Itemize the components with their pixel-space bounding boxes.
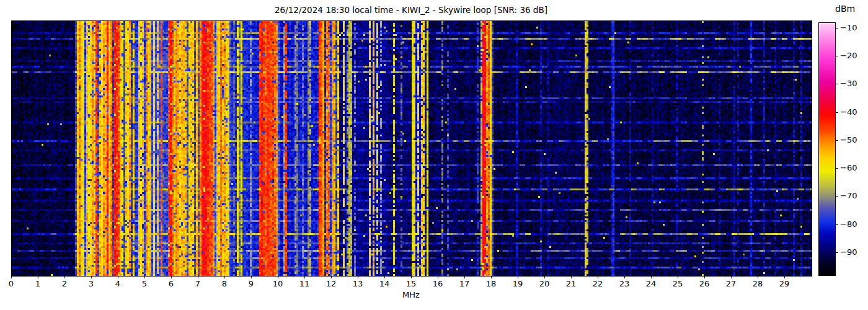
- colorbar-tick-label: −70: [840, 191, 857, 201]
- colorbar: [818, 22, 836, 276]
- x-tick-label: 0: [9, 279, 14, 288]
- x-tick-mark: [304, 276, 305, 278]
- colorbar-tick-label: −50: [840, 135, 857, 145]
- x-tick-label: 23: [619, 279, 630, 288]
- colorbar-tick-label: −80: [840, 219, 857, 229]
- x-tick-mark: [491, 276, 492, 278]
- x-tick-mark: [224, 276, 225, 278]
- x-tick-label: 19: [513, 279, 523, 288]
- colorbar-tick-label: −90: [840, 247, 857, 257]
- x-tick-label: 12: [326, 279, 337, 288]
- colorbar-label: dBm: [835, 4, 855, 14]
- x-tick-mark: [118, 276, 118, 278]
- x-tick-mark: [758, 276, 758, 278]
- x-tick-mark: [64, 276, 65, 278]
- x-tick-label: 4: [115, 279, 120, 288]
- x-tick-mark: [251, 276, 252, 278]
- colorbar-tick-label: −20: [840, 51, 857, 61]
- x-tick-mark: [731, 276, 732, 278]
- colorbar-tick-mark: [836, 252, 838, 253]
- x-tick-label: 3: [89, 279, 94, 288]
- x-tick-label: 5: [142, 279, 147, 288]
- x-tick-label: 6: [169, 279, 174, 288]
- x-tick-label: 22: [593, 279, 603, 288]
- colorbar-tick-mark: [836, 196, 838, 197]
- colorbar-tick-mark: [836, 112, 838, 113]
- x-tick-label: 10: [273, 279, 283, 288]
- colorbar-tick-mark: [836, 56, 838, 56]
- x-tick-label: 26: [699, 279, 710, 288]
- x-tick-label: 11: [299, 279, 310, 288]
- x-tick-mark: [464, 276, 465, 278]
- x-tick-mark: [11, 276, 12, 278]
- chart-title: 26/12/2024 18:30 local time - KIWI_2 - S…: [11, 4, 811, 16]
- x-tick-mark: [598, 276, 598, 278]
- x-tick-mark: [624, 276, 625, 278]
- colorbar-tick-label: −60: [840, 163, 857, 173]
- x-tick-mark: [518, 276, 518, 278]
- x-tick-mark: [331, 276, 332, 278]
- x-tick-mark: [38, 276, 38, 278]
- x-tick-label: 7: [195, 279, 200, 288]
- x-tick-label: 24: [646, 279, 657, 288]
- x-tick-label: 17: [459, 279, 470, 288]
- x-tick-mark: [571, 276, 572, 278]
- x-tick-mark: [784, 276, 785, 278]
- x-tick-mark: [384, 276, 385, 278]
- x-tick-mark: [704, 276, 705, 278]
- spectrogram-figure: 26/12/2024 18:30 local time - KIWI_2 - S…: [0, 0, 868, 310]
- x-tick-label: 13: [353, 279, 363, 288]
- x-tick-mark: [278, 276, 278, 278]
- x-tick-label: 16: [433, 279, 443, 288]
- x-tick-label: 9: [249, 279, 254, 288]
- x-tick-label: 21: [566, 279, 577, 288]
- x-tick-label: 28: [753, 279, 763, 288]
- colorbar-canvas: [819, 23, 835, 275]
- waterfall-canvas: [12, 21, 812, 276]
- colorbar-tick-mark: [836, 168, 838, 169]
- x-tick-label: 27: [726, 279, 737, 288]
- x-tick-mark: [358, 276, 358, 278]
- x-tick-mark: [91, 276, 92, 278]
- colorbar-tick-mark: [836, 140, 838, 141]
- colorbar-tick-label: −10: [840, 23, 857, 33]
- x-tick-mark: [411, 276, 412, 278]
- x-tick-label: 25: [673, 279, 683, 288]
- x-tick-mark: [171, 276, 172, 278]
- x-tick-label: 15: [406, 279, 417, 288]
- x-tick-label: 20: [539, 279, 550, 288]
- x-tick-mark: [438, 276, 438, 278]
- x-tick-label: 1: [35, 279, 40, 288]
- x-tick-label: 2: [62, 279, 67, 288]
- x-tick-mark: [651, 276, 652, 278]
- x-axis-label: MHz: [11, 290, 811, 299]
- x-tick-label: 14: [379, 279, 390, 288]
- x-tick-mark: [544, 276, 545, 278]
- colorbar-tick-mark: [836, 28, 838, 29]
- x-tick-mark: [678, 276, 678, 278]
- x-tick-mark: [144, 276, 145, 278]
- x-tick-label: 29: [779, 279, 790, 288]
- x-tick-label: 8: [222, 279, 227, 288]
- colorbar-tick-mark: [836, 84, 838, 84]
- colorbar-tick-mark: [836, 224, 838, 225]
- waterfall-plot: [11, 20, 812, 277]
- colorbar-tick-label: −40: [840, 107, 857, 117]
- x-tick-mark: [198, 276, 198, 278]
- colorbar-tick-label: −30: [840, 79, 857, 89]
- x-tick-label: 18: [486, 279, 497, 288]
